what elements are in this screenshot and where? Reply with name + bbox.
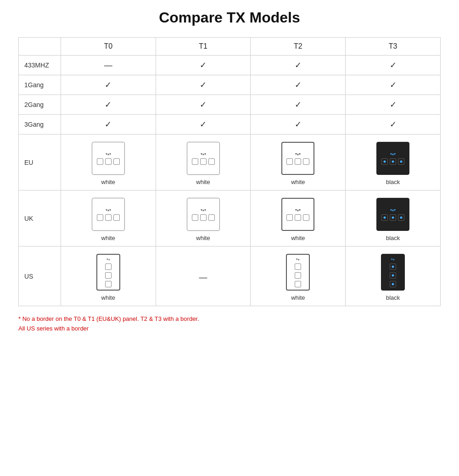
eu-t3-label: black	[386, 179, 400, 185]
btn1	[286, 214, 293, 221]
row-label-uk: UK	[19, 190, 61, 246]
row-label-1gang: 1Gang	[19, 75, 61, 95]
btn3	[398, 158, 404, 165]
cell-t1-3gang: ✓	[156, 115, 251, 134]
cell-t1-433: ✓	[156, 56, 251, 75]
footnote-line1: * No a border on the T0 & T1 (EU&UK) pan…	[18, 314, 441, 324]
cell-t2-3gang: ✓	[251, 115, 346, 134]
cell-t0-3gang: ✓	[61, 115, 156, 134]
btn3	[113, 214, 120, 221]
device-us-t3: ▾▴ black	[348, 254, 437, 301]
btn-row	[381, 214, 404, 221]
btn-row	[192, 214, 215, 221]
eu-t1-label: white	[196, 179, 210, 185]
row-label-433mhz: 433MHZ	[19, 56, 61, 75]
btn3	[295, 281, 301, 287]
cell-t1-2gang: ✓	[156, 95, 251, 115]
btn2	[105, 272, 112, 279]
btn2	[105, 158, 112, 165]
switch-eu-t0: ▾▴▾	[92, 142, 125, 175]
switch-uk-t2: ▾▴▾	[281, 198, 314, 231]
switch-us-t0: ▾▴	[96, 254, 120, 291]
footnote-line2: All US series with a border	[18, 324, 441, 334]
col-header-t1: T1	[156, 38, 251, 56]
us-t1-dash: —	[199, 273, 207, 282]
uk-t2-label: white	[291, 235, 305, 241]
page-title: Compare TX Models	[18, 9, 441, 26]
cell-t3-2gang: ✓	[346, 95, 441, 115]
cell-uk-t1: ▾▴▾ white	[156, 190, 251, 246]
btn3	[390, 281, 396, 287]
cell-eu-t3: ▾▴▾ black	[346, 134, 441, 190]
btn2	[200, 158, 207, 165]
us-t3-label: black	[386, 294, 400, 301]
cell-uk-t0: ▾▴▾ white	[61, 190, 156, 246]
btn1	[97, 214, 103, 221]
btn2	[390, 158, 396, 165]
col-header-t0: T0	[61, 38, 156, 56]
btn1	[286, 158, 293, 165]
col-header-t2: T2	[251, 38, 346, 56]
table-row: 2Gang ✓ ✓ ✓ ✓	[19, 95, 441, 115]
switch-eu-t3: ▾▴▾	[376, 142, 409, 175]
btn1	[192, 158, 198, 165]
device-us-t0: ▾▴ white	[64, 254, 153, 301]
cell-t2-2gang: ✓	[251, 95, 346, 115]
device-eu-t2: ▾▴▾ white	[253, 142, 342, 185]
btn1	[390, 263, 396, 270]
cell-us-t2: ▾▴ white	[251, 246, 346, 306]
table-row-uk: UK ▾▴▾ white	[19, 190, 441, 246]
us-t2-label: white	[291, 294, 305, 301]
btn1	[381, 214, 388, 221]
cell-t2-1gang: ✓	[251, 75, 346, 95]
btn-row	[97, 214, 120, 221]
btn2	[295, 214, 301, 221]
row-label-2gang: 2Gang	[19, 95, 61, 115]
table-row: 1Gang ✓ ✓ ✓ ✓	[19, 75, 441, 95]
cell-t2-433: ✓	[251, 56, 346, 75]
switch-uk-t0: ▾▴▾	[92, 198, 125, 231]
uk-t3-label: black	[386, 235, 400, 241]
device-uk-t2: ▾▴▾ white	[253, 198, 342, 241]
btn-row	[286, 158, 309, 165]
us-t0-label: white	[101, 294, 115, 301]
cell-t3-3gang: ✓	[346, 115, 441, 134]
btn3	[105, 281, 112, 287]
device-eu-t1: ▾▴▾ white	[159, 142, 248, 185]
cell-t1-1gang: ✓	[156, 75, 251, 95]
footnote: * No a border on the T0 & T1 (EU&UK) pan…	[18, 314, 441, 334]
eu-t2-label: white	[291, 179, 305, 185]
cell-t3-433: ✓	[346, 56, 441, 75]
btn-row	[97, 158, 120, 165]
btn2	[295, 158, 301, 165]
table-row: 3Gang ✓ ✓ ✓ ✓	[19, 115, 441, 134]
btn3	[398, 214, 404, 221]
btn-row	[286, 214, 309, 221]
btn2	[295, 272, 301, 279]
btn2	[390, 272, 396, 279]
uk-t1-label: white	[196, 235, 210, 241]
cell-t0-433: —	[61, 56, 156, 75]
device-us-t2: ▾▴ white	[253, 254, 342, 301]
device-uk-t0: ▾▴▾ white	[64, 198, 153, 241]
device-eu-t3: ▾▴▾ black	[348, 142, 437, 185]
cell-eu-t1: ▾▴▾ white	[156, 134, 251, 190]
btn3	[208, 214, 215, 221]
row-label-3gang: 3Gang	[19, 115, 61, 134]
cell-uk-t3: ▾▴▾ black	[346, 190, 441, 246]
cell-t3-1gang: ✓	[346, 75, 441, 95]
device-eu-t0: ▾▴▾ white	[64, 142, 153, 185]
cell-us-t0: ▾▴ white	[61, 246, 156, 306]
cell-uk-t2: ▾▴▾ white	[251, 190, 346, 246]
switch-eu-t2: ▾▴▾	[281, 142, 314, 175]
btn2	[105, 214, 112, 221]
eu-t0-label: white	[101, 179, 115, 185]
table-row: 433MHZ — ✓ ✓ ✓	[19, 56, 441, 75]
btn2	[200, 214, 207, 221]
btn1	[105, 263, 112, 270]
cell-us-t3: ▾▴ black	[346, 246, 441, 306]
btn-row	[381, 158, 404, 165]
col-header-t3: T3	[346, 38, 441, 56]
cell-t0-2gang: ✓	[61, 95, 156, 115]
device-uk-t1: ▾▴▾ white	[159, 198, 248, 241]
